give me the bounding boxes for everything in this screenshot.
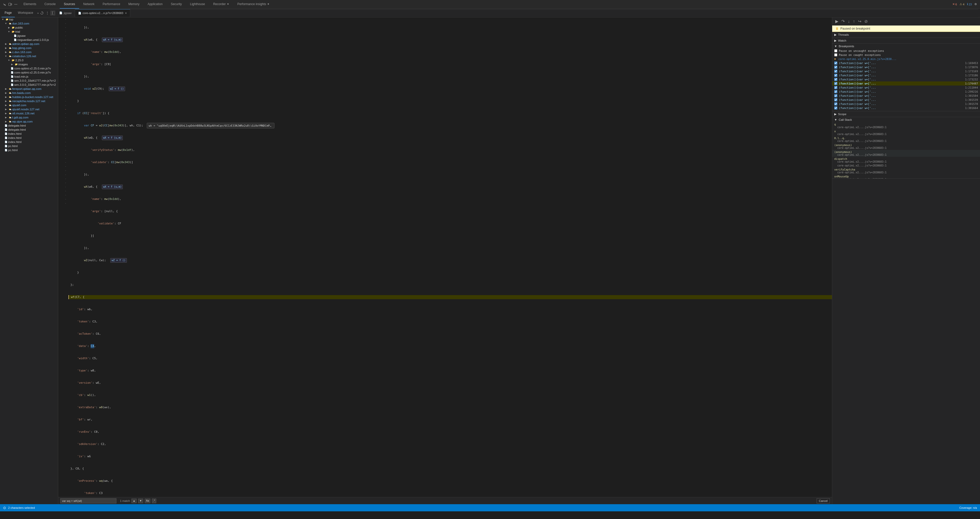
tree-item-dun163[interactable]: ▼ ⛅ dun.163.com [0, 21, 58, 25]
tree-item-delegate2[interactable]: 📄 delegate.html [0, 127, 58, 132]
step-into-button[interactable]: ↓ [847, 19, 851, 24]
tree-item-core2[interactable]: 📄 core-optimi.v2.25.0.min.js?v [0, 70, 58, 75]
search-case-button[interactable]: Aa [145, 498, 150, 503]
cursor-icon[interactable]: ⊙ [3, 506, 6, 510]
code-content[interactable]: - - - - - - - - - - - - - - - - - [58, 18, 832, 497]
bp-checkbox[interactable] [834, 94, 837, 97]
tree-item-225[interactable]: ▼ 📂 2.25.0 [0, 58, 58, 62]
tree-item-trial[interactable]: ▼ 📂 trial [0, 30, 58, 34]
callstack-item[interactable]: verifyCaptcha core-optimi.v2....js?v=283… [832, 167, 980, 174]
scope-header[interactable]: ▶ Scope [832, 111, 980, 117]
file-tab-jigsaw[interactable]: 📄 jigsaw [56, 9, 75, 17]
device-icon[interactable] [8, 2, 12, 6]
search-next-button[interactable]: ▼ [138, 498, 143, 503]
breakpoints-header[interactable]: ▼ Breakpoints [832, 44, 980, 49]
tree-item-qiyukf[interactable]: ▶ ⛅ qiyukf.com [0, 103, 58, 107]
step-button[interactable]: ↪ [857, 18, 862, 24]
search-regex-button[interactable]: .* [152, 498, 156, 503]
tree-item-wm2[interactable]: 📄 wm.3.0.0_33d41777.min.js?v=2 [0, 83, 58, 87]
tab-recorder[interactable]: Recorder ✦ [209, 0, 233, 9]
callstack-item[interactable]: onMouseUp core-optimi.v2....js?v=2838683… [832, 174, 980, 178]
bp-checkbox[interactable] [834, 70, 837, 73]
tab-lighthouse[interactable]: Lighthouse [186, 0, 209, 9]
tree-item-top[interactable]: ▼ 📁 top [0, 18, 58, 21]
bp-checkbox[interactable] [834, 82, 837, 85]
deactivate-breakpoints-button[interactable]: ⊘ [863, 18, 869, 24]
tree-item-necaptcha[interactable]: ▶ ⛅ necaptcha.nosdn.127.net [0, 99, 58, 103]
tree-item-images[interactable]: ▶ 📁 images [0, 62, 58, 66]
step-out-button[interactable]: ↑ [852, 19, 856, 24]
tree-item-pc1[interactable]: 📄 pc.html [0, 144, 58, 148]
pause-uncaught-checkbox[interactable] [834, 49, 837, 53]
bp-checkbox[interactable] [834, 78, 837, 81]
bp-checkbox[interactable] [834, 107, 837, 110]
file-tab-core-optimi[interactable]: 📄 core-optimi.v2....n.js?v=2838683 ✕ [75, 9, 130, 17]
tab-network[interactable]: Network [79, 0, 99, 9]
tree-item-hm[interactable]: ▶ ⛅ hm.baidu.com [0, 91, 58, 95]
threads-header[interactable]: ▶ Threads [832, 32, 980, 38]
bp-checkbox[interactable] [834, 74, 837, 77]
tree-item-tgdt[interactable]: ▶ ⛅ t.gdt.qq.com [0, 115, 58, 119]
subtab-workspace[interactable]: Workspace [15, 9, 36, 18]
callstack-item[interactable]: x core-optimi.v2....js?v=2838683:1 [832, 129, 980, 136]
tree-item-s6music[interactable]: ▶ ⛅ s6.music.126.net [0, 111, 58, 115]
subtab-page[interactable]: Page [2, 9, 15, 18]
tree-item-public[interactable]: ▶ 📁 public [0, 25, 58, 30]
search-cancel-button[interactable]: Cancel [817, 498, 830, 503]
tree-item-qiyukfnosdn[interactable]: ▶ ⛅ qiyukf.nosdn.127.net [0, 107, 58, 111]
pause-caught-checkbox[interactable] [834, 53, 837, 56]
sync-icon[interactable] [40, 11, 44, 15]
bp-checkbox[interactable] [834, 65, 837, 68]
callstack-item[interactable]: (anonymous) core-optimi.v2....js?v=28386… [832, 143, 980, 150]
callstack-item[interactable]: (anonymous) core-optimi.v2....js?v=28386… [832, 150, 980, 157]
tree-item-wm1[interactable]: 📄 wm.3.0.0_33d41777.min.js?v=2 [0, 79, 58, 83]
tree-item-hubble[interactable]: ▶ ⛅ hubble-js-bucket.nosdn.127.net [0, 95, 58, 99]
more-options-icon[interactable]: ⋮ [45, 11, 49, 15]
tree-item-load[interactable]: 📄 load.min.js [0, 75, 58, 79]
tab-security[interactable]: Security [167, 0, 186, 9]
tab-console[interactable]: Console [40, 0, 60, 9]
menu-icon[interactable] [14, 2, 18, 6]
search-input[interactable] [60, 498, 116, 503]
tree-item-cdun[interactable]: ▶ ⛅ c.dun.163.com [0, 50, 58, 54]
tree-item-core1[interactable]: 📄 core-optimi.v2.25.0.min.js?v [0, 66, 58, 70]
code-text[interactable]: }), wX(w6, { wX = f (u,m) 'name': mw(0x1… [68, 18, 832, 497]
callstack-item[interactable]: H.l..q. core-optimi.v2....js?v=2838683:1 [832, 136, 980, 143]
tree-item-pc2[interactable]: 📄 pc.html [0, 148, 58, 152]
more-tabs-icon[interactable]: » [36, 11, 40, 14]
tree-item-wpqiye[interactable]: ▶ ⛅ wp.qiye.qq.com [0, 119, 58, 124]
tab-performance[interactable]: Performance [99, 0, 124, 9]
tree-item-cstaticdun[interactable]: ▼ ⛅ cstaticdun.126.net [0, 54, 58, 58]
callstack-item[interactable]: dispatch core-optimi.v2....js?v=2838683:… [832, 157, 980, 164]
inspect-icon[interactable] [3, 2, 6, 6]
search-prev-button[interactable]: ▲ [132, 498, 137, 503]
bp-checkbox[interactable] [834, 102, 837, 105]
tab-application[interactable]: Application [143, 0, 167, 9]
tree-item-admin[interactable]: ▶ ⛅ admin.qidian.qq.com [0, 42, 58, 46]
watch-header[interactable]: ▶ Watch [832, 38, 980, 43]
tab-perf-insights[interactable]: Performance insights ✦ [233, 0, 274, 9]
callstack-header[interactable]: ▼ Call Stack [832, 117, 980, 122]
bp-checkbox[interactable] [834, 98, 837, 101]
settings-button[interactable]: ⚙ [974, 3, 977, 6]
tree-item-index1[interactable]: 📄 index.html [0, 132, 58, 136]
tab-sources[interactable]: Sources [60, 0, 79, 9]
tab-memory[interactable]: Memory [124, 0, 143, 9]
bp-checkbox[interactable] [834, 86, 837, 89]
tree-item-jigsaw[interactable]: 📄 jigsaw [0, 34, 58, 38]
bp-checkbox[interactable] [834, 90, 837, 93]
bp-checkbox[interactable] [834, 62, 837, 65]
resume-button[interactable]: ▶ [834, 18, 839, 24]
callstack-item[interactable]: q core-optimi.v2....js?v=2838683:1 [832, 122, 980, 129]
tree-item-neguardian[interactable]: 📄 neguardian.umd.1.0.0.js [0, 38, 58, 42]
tree-item-index2[interactable]: 📄 index.html [0, 136, 58, 140]
callstack-item[interactable]: core-optimi.v2....js?v=2838683:1 [832, 164, 980, 167]
step-over-button[interactable]: ↷ [840, 18, 846, 24]
tab-elements[interactable]: Elements [19, 0, 40, 9]
tree-item-fereport[interactable]: ▶ ⛅ fereport.qidian.qq.com [0, 87, 58, 91]
tree-item-delegate1[interactable]: 📄 delegate.html [0, 124, 58, 127]
editor-layout-icon[interactable] [51, 11, 55, 15]
tree-item-index3[interactable]: 📄 index.html [0, 140, 58, 144]
tree-item-bqq[interactable]: ▶ ⛅ bqq.gtimg.com [0, 46, 58, 50]
close-file-tab-icon[interactable]: ✕ [125, 12, 127, 14]
